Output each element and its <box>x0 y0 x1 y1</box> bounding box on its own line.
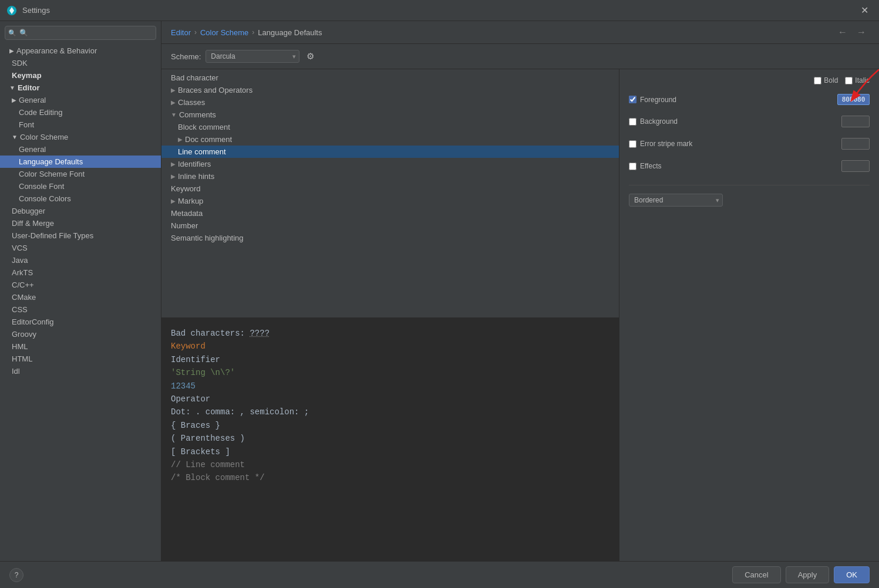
scheme-settings-button[interactable]: ⚙ <box>304 49 316 64</box>
error-stripe-color-swatch[interactable] <box>841 138 870 150</box>
sidebar-item-language-defaults[interactable]: Language Defaults <box>0 156 161 168</box>
effects-label: Effects <box>640 162 661 170</box>
tree-item-classes[interactable]: ▶ Classes <box>161 96 619 109</box>
tree-item-label: Block comment <box>178 123 230 131</box>
tree-item-block-comment[interactable]: Block comment <box>161 121 619 133</box>
sidebar-label: General <box>19 145 46 154</box>
sidebar-item-font[interactable]: Font <box>0 119 161 131</box>
sidebar-item-cmake[interactable]: CMake <box>0 291 161 303</box>
sidebar-item-editor[interactable]: ▼ Editor <box>0 82 161 94</box>
effects-checkbox[interactable] <box>629 163 636 170</box>
foreground-label: Foreground <box>640 96 676 104</box>
nav-forward-button[interactable]: → <box>853 26 870 39</box>
scheme-select[interactable]: Darcula Default High Contrast <box>206 50 299 63</box>
tree-item-bad-character[interactable]: Bad character <box>161 72 619 84</box>
breadcrumb-color-scheme[interactable]: Color Scheme <box>200 28 248 37</box>
ok-button[interactable]: OK <box>834 566 870 583</box>
sidebar-item-user-defined[interactable]: User-Defined File Types <box>0 229 161 242</box>
sidebar-item-cpp[interactable]: C/C++ <box>0 279 161 291</box>
sidebar-item-console-colors[interactable]: Console Colors <box>0 192 161 205</box>
sidebar-item-hml[interactable]: HML <box>0 340 161 353</box>
bottom-bar: ? Cancel Apply OK <box>0 561 879 588</box>
sidebar-label: Console Font <box>19 182 64 191</box>
tree-item-inline-hints[interactable]: ▶ Inline hints <box>161 170 619 183</box>
foreground-checkbox[interactable] <box>629 96 636 103</box>
tree-panel: Bad character ▶ Braces and Operators ▶ C… <box>161 69 619 561</box>
tree-item-number[interactable]: Number <box>161 219 619 232</box>
tree-item-semantic[interactable]: Semantic highlighting <box>161 232 619 244</box>
sidebar-label: User-Defined File Types <box>12 231 93 240</box>
sidebar-item-appearance[interactable]: ▶ Appearance & Behavior <box>0 45 161 57</box>
preview-line-block-comment: /* Block comment */ <box>171 471 609 484</box>
foreground-row: Foreground 808080 <box>629 94 870 105</box>
breadcrumb-editor[interactable]: Editor <box>171 28 191 37</box>
sidebar-label: VCS <box>12 244 28 252</box>
sidebar-item-code-editing[interactable]: Code Editing <box>0 106 161 119</box>
sidebar-item-color-scheme-font[interactable]: Color Scheme Font <box>0 168 161 180</box>
preview-line-parens: ( Parentheses ) <box>171 432 609 445</box>
help-button[interactable]: ? <box>9 568 23 582</box>
sidebar-item-html[interactable]: HTML <box>0 353 161 365</box>
effects-type-row: Bordered Underscored Bold underscored Un… <box>629 194 870 207</box>
tree-item-label: Line comment <box>178 147 226 156</box>
sidebar-label: EditorConfig <box>12 317 54 326</box>
tree-item-line-comment[interactable]: Line comment <box>161 146 619 158</box>
sidebar-item-arkts[interactable]: ArkTS <box>0 266 161 279</box>
bold-checkbox[interactable] <box>814 77 821 85</box>
background-row: Background <box>629 116 870 127</box>
nav-back-button[interactable]: ← <box>834 26 851 39</box>
italic-option: Italic <box>845 76 870 85</box>
sidebar-item-idl[interactable]: Idl <box>0 365 161 377</box>
preview-content: Bad characters: ???? Keyword Identifier … <box>161 317 619 561</box>
sidebar-item-debugger[interactable]: Debugger <box>0 205 161 217</box>
tree-item-markup[interactable]: ▶ Markup <box>161 195 619 207</box>
scheme-select-wrap: Darcula Default High Contrast <box>206 50 299 63</box>
sidebar-item-cs-general[interactable]: General <box>0 143 161 156</box>
sidebar-label: Groovy <box>12 330 36 339</box>
sidebar-item-general[interactable]: ▶ General <box>0 94 161 106</box>
sidebar-label: HTML <box>12 354 32 363</box>
background-checkbox[interactable] <box>629 118 636 126</box>
background-color-swatch[interactable] <box>841 116 870 127</box>
error-stripe-row: Error stripe mark <box>629 138 870 150</box>
sidebar-item-console-font[interactable]: Console Font <box>0 180 161 192</box>
sidebar-item-color-scheme[interactable]: ▼ Color Scheme <box>0 131 161 143</box>
tree-item-comments[interactable]: ▼ Comments <box>161 109 619 121</box>
sidebar-item-css[interactable]: CSS <box>0 303 161 316</box>
cancel-button[interactable]: Cancel <box>732 566 780 583</box>
expand-icon: ▶ <box>9 48 14 54</box>
sidebar-item-vcs[interactable]: VCS <box>0 242 161 254</box>
effects-type-select[interactable]: Bordered Underscored Bold underscored Un… <box>629 194 723 207</box>
sidebar-item-diff-merge[interactable]: Diff & Merge <box>0 217 161 229</box>
background-label: Background <box>640 117 678 126</box>
italic-checkbox[interactable] <box>845 77 853 85</box>
sidebar-item-sdk[interactable]: SDK <box>0 57 161 69</box>
scheme-row: Scheme: Darcula Default High Contrast ⚙ <box>161 44 879 69</box>
preview-line-line-comment: // Line comment <box>171 458 609 471</box>
expand-icon: ▼ <box>171 111 177 118</box>
expand-icon: ▶ <box>171 161 176 167</box>
nav-arrows: ← → <box>834 26 870 39</box>
close-button[interactable]: ✕ <box>856 2 873 18</box>
search-input[interactable] <box>5 26 156 40</box>
tree-item-identifiers[interactable]: ▶ Identifiers <box>161 158 619 170</box>
foreground-color-value[interactable]: 808080 <box>837 94 870 105</box>
effects-color-swatch[interactable] <box>841 160 870 172</box>
app-icon <box>6 5 18 16</box>
apply-button[interactable]: Apply <box>786 566 830 583</box>
sidebar-item-editorconfig[interactable]: EditorConfig <box>0 316 161 328</box>
sidebar-item-keymap[interactable]: Keymap <box>0 69 161 82</box>
tree-item-metadata[interactable]: Metadata <box>161 207 619 219</box>
bold-option: Bold <box>814 76 838 85</box>
bold-label: Bold <box>824 76 838 85</box>
tree-item-label: Bad character <box>171 73 218 82</box>
scheme-label: Scheme: <box>171 52 201 61</box>
sidebar-label: CMake <box>12 293 36 302</box>
tree-item-keyword[interactable]: Keyword <box>161 183 619 195</box>
sidebar-item-groovy[interactable]: Groovy <box>0 328 161 340</box>
sidebar-label: General <box>19 96 46 104</box>
tree-item-doc-comment[interactable]: ▶ Doc comment <box>161 133 619 146</box>
error-stripe-checkbox[interactable] <box>629 140 636 148</box>
sidebar-item-java[interactable]: Java <box>0 254 161 266</box>
tree-item-braces[interactable]: ▶ Braces and Operators <box>161 84 619 96</box>
